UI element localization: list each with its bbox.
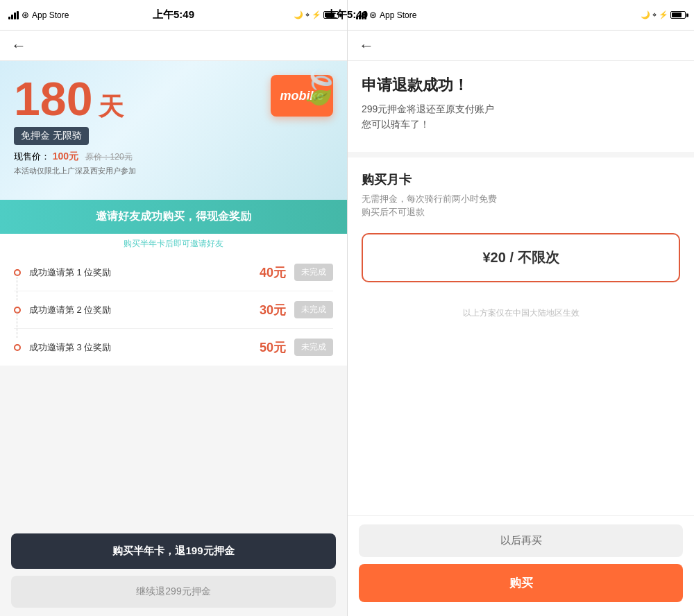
left-bottom-buttons: 购买半年卡，退199元押金 继续退299元押金 [0,525,347,616]
left-app-name: App Store [32,10,69,20]
hero-badge: 免押金 无限骑 [14,127,89,145]
right-bottom-buttons: 以后再买 购买 [348,515,694,616]
reward-amount-3: 50元 [260,339,286,356]
section-divider [348,152,694,157]
wifi-icon: ⊛ [22,10,29,20]
right-time: 上午5:49 [348,8,368,22]
reward-btn-2[interactable]: 未完成 [294,301,333,318]
later-button[interactable]: 以后再买 [359,524,683,557]
moon-icon: 🌙 [294,10,303,19]
left-status-bar: ⊛ App Store 上午5:49 🌙 ⌖ ⚡ [0,0,347,31]
right-moon-icon: 🌙 [641,10,650,19]
price-text: ¥20 / 不限次 [482,250,559,265]
reward-item-2: 成功邀请第 2 位奖励 30元 未完成 [14,291,333,329]
right-phone-screen: ⊛ App Store 上午5:49 🌙 ⌖ ⚡ ← 申请退款成功！ 299元押… [348,0,694,616]
reward-label-1: 成功邀请第 1 位奖励 [29,266,260,279]
right-app-name: App Store [380,10,416,20]
left-time: 上午5:49 [153,8,194,22]
reward-dot-1 [14,269,21,276]
reward-label-3: 成功邀请第 3 位奖励 [29,341,260,354]
buy-button[interactable]: 购买 [359,564,683,602]
success-desc: 299元押金将退还至原支付账户您可以骑车了！ [362,101,680,132]
reward-btn-1[interactable]: 未完成 [294,264,333,281]
left-back-button[interactable]: ← [11,37,26,55]
left-nav-bar: ← [0,31,347,61]
price-card[interactable]: ¥20 / 不限次 [362,233,680,282]
reward-item-3: 成功邀请第 3 位奖励 50元 未完成 [14,329,333,366]
hero-current-price-label: 现售价： [14,151,50,162]
hero-banner: 180 天 免押金 无限骑 现售价： 100元 原价：120元 本活动仅限北上广… [0,61,347,200]
hero-note: 本活动仅限北上广深及西安用户参加 [14,166,333,176]
success-title: 申请退款成功！ [362,75,680,96]
reward-amount-2: 30元 [260,302,286,318]
reward-label-2: 成功邀请第 2 位奖励 [29,304,260,316]
purchase-section-desc: 无需押金，每次骑行前两小时免费购买后不可退款 [362,192,680,219]
left-phone-screen: ⊛ App Store 上午5:49 🌙 ⌖ ⚡ ← 180 天 免押金 无限骑… [0,0,347,616]
reward-item-1: 成功邀请第 1 位奖励 40元 未完成 [14,254,333,291]
continue-refund-button[interactable]: 继续退299元押金 [11,576,336,608]
right-status-right: 🌙 ⌖ ⚡ [641,10,686,19]
signal-icon [8,11,19,19]
buy-half-year-button[interactable]: 购买半年卡，退199元押金 [11,533,336,569]
purchase-section: 购买月卡 无需押金，每次骑行前两小时免费购买后不可退款 ¥20 / 不限次 以上… [362,157,680,330]
right-bluetooth-icon: ⚡ [659,10,668,19]
hero-price-row: 现售价： 100元 原价：120元 [14,151,333,163]
right-back-button[interactable]: ← [359,37,374,55]
purchase-section-title: 购买月卡 [362,171,680,188]
bluetooth-icon: ⚡ [312,10,321,19]
purchase-desc-text: 无需押金，每次骑行前两小时免费购买后不可退款 [362,194,497,218]
invite-title: 邀请好友成功购买，得现金奖励 [14,209,333,224]
location-icon: ⌖ [305,10,310,19]
right-location-icon: ⌖ [652,10,657,19]
right-battery-icon [670,11,686,19]
left-main-content: 180 天 免押金 无限骑 现售价： 100元 原价：120元 本活动仅限北上广… [0,61,347,525]
mobike-logo-area: 🍃 mobike [271,75,333,117]
reward-list: 成功邀请第 1 位奖励 40元 未完成 成功邀请第 2 位奖励 30元 未完成 … [0,254,347,366]
leaf-icon: 🍃 [298,68,340,107]
hero-current-price: 100元 [53,151,78,162]
invite-banner: 邀请好友成功购买，得现金奖励 [0,200,347,234]
reward-dot-2 [14,307,21,314]
invite-sub: 购买半年卡后即可邀请好友 [0,234,347,254]
hero-days-unit: 天 [99,92,124,121]
right-status-bar: ⊛ App Store 上午5:49 🌙 ⌖ ⚡ [348,0,694,31]
right-nav-bar: ← [348,31,694,61]
reward-dot-3 [14,344,21,351]
right-main-content: 申请退款成功！ 299元押金将退还至原支付账户您可以骑车了！ 购买月卡 无需押金… [348,61,694,515]
reward-btn-3[interactable]: 未完成 [294,339,333,356]
region-note: 以上方案仅在中国大陆地区生效 [362,296,680,330]
success-desc-text: 299元押金将退还至原支付账户您可以骑车了！ [362,103,494,130]
hero-original-price: 原价：120元 [85,152,133,162]
reward-amount-1: 40元 [260,264,286,281]
right-wifi-icon: ⊛ [369,10,377,20]
left-status-left: ⊛ App Store [8,10,69,20]
hero-days-number: 180 [14,75,92,122]
